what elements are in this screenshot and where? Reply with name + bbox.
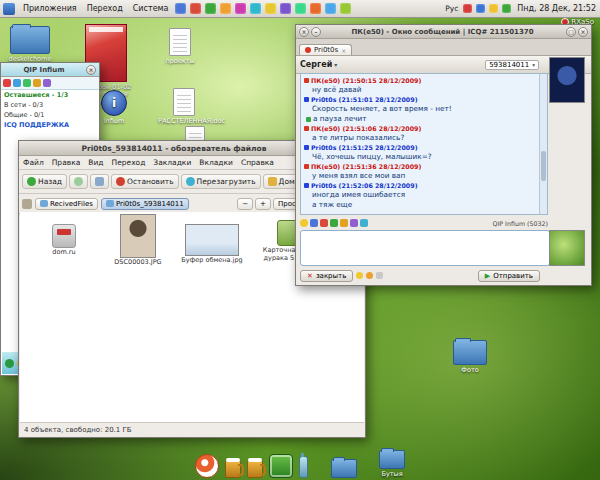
app-launcher-icon[interactable]: [310, 3, 321, 14]
contact-group-general[interactable]: Общие - 0/1: [1, 110, 99, 120]
search-icon[interactable]: [23, 79, 31, 87]
app-launcher-icon[interactable]: [340, 3, 351, 14]
app-launcher-icon[interactable]: [175, 3, 186, 14]
more-options-icon[interactable]: [376, 272, 383, 279]
close-icon[interactable]: ×: [578, 27, 588, 37]
firefox-icon[interactable]: [220, 3, 231, 14]
close-icon[interactable]: ×: [299, 27, 309, 37]
stop-button[interactable]: Остановить: [111, 174, 179, 189]
menu-go[interactable]: Переход: [108, 158, 150, 167]
app-launcher-icon[interactable]: [190, 3, 201, 14]
reload-icon: [186, 177, 195, 186]
reload-button[interactable]: Перезагрузить: [181, 174, 261, 189]
menu-help[interactable]: Справка: [237, 158, 278, 167]
media-player-icon[interactable]: [195, 454, 219, 478]
close-chat-label: закрыть: [316, 272, 346, 280]
client-version-label[interactable]: QIP Infium (5032): [493, 220, 549, 227]
close-icon[interactable]: ×: [86, 65, 96, 75]
tray-volume-icon[interactable]: [502, 4, 511, 13]
tray-network-icon[interactable]: [476, 4, 485, 13]
forward-arrow-icon: [74, 177, 83, 186]
spellcheck-icon[interactable]: [360, 219, 368, 227]
dock-folder-butya[interactable]: Бутыя: [379, 450, 405, 478]
app-launcher-icon[interactable]: [280, 3, 291, 14]
zoom-out-button[interactable]: −: [237, 198, 253, 210]
chat-input-field[interactable]: [300, 230, 550, 266]
up-button[interactable]: [90, 174, 109, 189]
desktop-icon-projects[interactable]: проекты: [158, 28, 202, 65]
chat-message-log[interactable]: ПК(е50) (21:50:15 28/12/2009) ну всё дав…: [300, 73, 548, 215]
menu-edit[interactable]: Правка: [48, 158, 85, 167]
menu-tabs[interactable]: Вкладки: [195, 158, 237, 167]
app-launcher-icon[interactable]: [265, 3, 276, 14]
file-item[interactable]: DSC00003.JPG: [106, 214, 170, 266]
desktop-screen: Приложения Переход Система Рус Пнд, 28 Д…: [0, 0, 600, 480]
history-icon[interactable]: [340, 219, 348, 227]
menu-system[interactable]: Система: [128, 0, 174, 17]
dock-folder-label: Бутыя: [379, 470, 405, 478]
chat-bottom-bar: ✕ закрыть ▶ Отправить: [300, 268, 584, 283]
own-avatar[interactable]: [549, 230, 585, 266]
smiley-icon[interactable]: [366, 272, 373, 279]
tray-update-icon[interactable]: [489, 4, 498, 13]
back-button[interactable]: Назад: [22, 174, 67, 189]
bottle-icon[interactable]: [299, 456, 308, 478]
smiley-icon[interactable]: [300, 219, 308, 227]
contact-group-icq-support[interactable]: ICQ ПОДДЕРЖКА: [1, 120, 99, 130]
menu-bookmarks[interactable]: Закладки: [149, 158, 195, 167]
app-launcher-icon[interactable]: [325, 3, 336, 14]
app-launcher-icon[interactable]: [235, 3, 246, 14]
beer-mug-icon[interactable]: [247, 460, 263, 478]
contact-group-offline[interactable]: Оставшиеся - 1/3: [1, 90, 99, 100]
close-tab-icon[interactable]: ×: [341, 47, 346, 54]
app-launcher-icon[interactable]: [250, 3, 261, 14]
color-icon[interactable]: [320, 219, 328, 227]
scrollbar-thumb[interactable]: [541, 151, 546, 181]
contact-uin-dropdown[interactable]: 593814011 ▾: [485, 60, 539, 70]
forward-button[interactable]: [69, 174, 88, 189]
close-chat-button[interactable]: ✕ закрыть: [300, 270, 353, 282]
history-icon[interactable]: [43, 79, 51, 87]
contact-name[interactable]: Сергей: [300, 60, 332, 69]
desktop-icon-rasst-doc[interactable]: РАССТЕЛЕННАЯ.doc: [158, 88, 210, 125]
package-manager-icon[interactable]: [269, 454, 293, 478]
chat-titlebar[interactable]: × – ПК(е50) - Окно сообщений | ICQ# 2115…: [296, 25, 591, 39]
status-icon[interactable]: [3, 79, 11, 87]
menu-places[interactable]: Переход: [82, 0, 128, 17]
breadcrumb[interactable]: RecivedFiles: [35, 198, 98, 210]
tray-qip-icon[interactable]: [463, 4, 472, 13]
send-button[interactable]: ▶ Отправить: [478, 270, 540, 282]
quote-icon[interactable]: [350, 219, 358, 227]
settings-icon[interactable]: [33, 79, 41, 87]
app-launcher-icon[interactable]: [205, 3, 216, 14]
menu-file[interactable]: Файл: [19, 158, 48, 167]
font-icon[interactable]: [310, 219, 318, 227]
menu-view[interactable]: Вид: [84, 158, 107, 167]
minimize-icon[interactable]: –: [311, 27, 321, 37]
contact-avatar[interactable]: [549, 57, 585, 103]
contact-group-online[interactable]: В сети - 0/3: [1, 100, 99, 110]
send-file-icon[interactable]: [330, 219, 338, 227]
chat-scrollbar[interactable]: [539, 74, 547, 214]
contact-list-titlebar[interactable]: QIP Infium ×: [1, 63, 99, 77]
panel-clock[interactable]: Пнд, 28 Дек, 21:52: [513, 4, 600, 13]
maximize-icon[interactable]: □: [566, 27, 576, 37]
beer-mug-icon[interactable]: [225, 460, 241, 478]
app-launcher-icon[interactable]: [295, 3, 306, 14]
desktop-icon-photo-folder[interactable]: Фото: [446, 340, 494, 374]
distro-menu-icon[interactable]: [3, 3, 15, 15]
accounts-icon[interactable]: [13, 79, 21, 87]
file-item[interactable]: Буфер обмена.jpg: [180, 224, 244, 264]
edit-location-icon[interactable]: [22, 199, 32, 209]
dock-folder-icon[interactable]: [331, 459, 357, 478]
zoom-in-button[interactable]: +: [255, 198, 271, 210]
desktop-icon-folder-home[interactable]: deskelchome: [2, 26, 58, 63]
keyboard-layout-indicator[interactable]: Рус: [442, 4, 461, 13]
smiley-icon[interactable]: [356, 272, 363, 279]
chevron-down-icon[interactable]: ▾: [334, 61, 337, 68]
menu-applications[interactable]: Приложения: [18, 0, 82, 17]
file-item[interactable]: dom.ru: [32, 224, 96, 256]
breadcrumb-current[interactable]: Pri0t0s_593814011: [101, 198, 189, 210]
chat-tab[interactable]: Pri0t0s ×: [299, 44, 352, 55]
online-status-icon[interactable]: [5, 359, 14, 368]
